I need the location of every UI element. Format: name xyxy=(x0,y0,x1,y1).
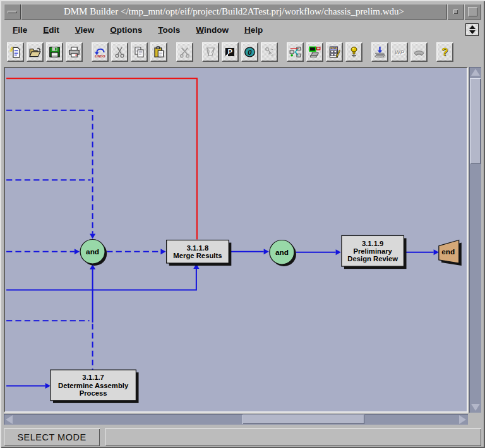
copy-icon xyxy=(133,46,145,58)
word-processor-button[interactable]: WPWP xyxy=(391,42,408,62)
node-task-3118[interactable]: 3.1.1.8Merge Results xyxy=(167,240,232,266)
scroll-right-icon xyxy=(459,415,466,424)
arrowhead-icon xyxy=(434,249,439,255)
menu-options[interactable]: Options xyxy=(106,23,146,37)
end-node-label: end xyxy=(441,247,455,256)
new-document-button[interactable] xyxy=(7,42,24,62)
edge-1[interactable] xyxy=(6,110,95,239)
edge-3[interactable] xyxy=(6,249,80,254)
svg-text:?: ? xyxy=(441,46,448,58)
maximize-icon xyxy=(468,7,477,16)
delete-button[interactable] xyxy=(176,42,193,62)
task-node-label: 3.1.1.8 xyxy=(187,244,208,252)
workflow-canvas[interactable]: and3.1.1.8Merge Resultsand3.1.1.9Prelimi… xyxy=(4,67,468,413)
scroll-down-icon xyxy=(471,404,480,411)
edge-0[interactable] xyxy=(6,78,197,239)
window-menu-button[interactable] xyxy=(4,4,21,20)
prob-form-button[interactable]: PROB xyxy=(326,42,343,62)
edge-9[interactable] xyxy=(90,264,95,290)
workflow-view-button[interactable] xyxy=(287,42,304,62)
export-stack-icon xyxy=(374,46,386,58)
menu-bar: FileEditViewOptionsToolsWindowHelp xyxy=(4,21,481,38)
horizontal-scrollbar-row xyxy=(4,414,481,425)
edge-7[interactable] xyxy=(404,249,438,255)
app-window: DMM Builder </tmp_mnt/opt/eif/project/Bu… xyxy=(0,0,485,448)
connect-tool-button[interactable] xyxy=(261,42,278,62)
scroll-down-button[interactable] xyxy=(470,402,481,413)
scroll-left-button[interactable] xyxy=(4,414,15,425)
task-node-label: Merge Results xyxy=(173,252,222,259)
open-file-button[interactable] xyxy=(27,42,44,62)
minimize-icon xyxy=(453,9,458,14)
toolbar: UNDOP0PROBWPWP?? xyxy=(4,39,481,64)
main-area: and3.1.1.8Merge Resultsand3.1.1.9Prelimi… xyxy=(4,67,481,413)
menu-help[interactable]: Help xyxy=(241,23,266,37)
copy-button[interactable] xyxy=(131,42,148,62)
save-button[interactable] xyxy=(46,42,63,62)
operation-tool-icon: 0 xyxy=(244,46,256,58)
operation-tool-button[interactable]: 0 xyxy=(241,42,258,62)
horizontal-scrollbar[interactable] xyxy=(4,414,468,425)
edge-5[interactable] xyxy=(229,249,269,254)
svg-text:UNDO: UNDO xyxy=(95,54,105,58)
message-panel xyxy=(105,428,481,446)
connect-tool-icon xyxy=(263,46,275,58)
workflow-diagram: and3.1.1.8Merge Resultsand3.1.1.9Prelimi… xyxy=(5,68,467,411)
menu-view[interactable]: View xyxy=(71,23,99,37)
vertical-scrollbar[interactable] xyxy=(469,67,481,413)
undo-icon: UNDO xyxy=(94,46,106,58)
horizontal-scroll-thumb[interactable] xyxy=(242,415,364,424)
menu-edit[interactable]: Edit xyxy=(39,23,63,37)
edge-4[interactable] xyxy=(107,249,165,254)
arrowhead-icon xyxy=(336,249,341,255)
menu-file[interactable]: File xyxy=(9,23,31,37)
menu-scroll-spinner[interactable] xyxy=(465,23,479,36)
help-button[interactable]: ?? xyxy=(436,42,453,62)
task-node-label: 3.1.1.7 xyxy=(82,374,104,381)
menu-tools[interactable]: Tools xyxy=(154,23,184,37)
word-processor-icon: WPWP xyxy=(393,46,405,58)
and-node-label: and xyxy=(86,247,99,256)
svg-text:0: 0 xyxy=(248,48,252,56)
scroll-right-button[interactable] xyxy=(457,414,468,425)
cut-icon xyxy=(114,46,126,58)
task-node-label: Process xyxy=(80,389,107,397)
edge-6[interactable] xyxy=(296,249,341,255)
svg-text:WP: WP xyxy=(395,49,405,56)
scroll-up-button[interactable] xyxy=(470,67,481,78)
new-document-icon xyxy=(9,46,21,58)
node-and-2[interactable]: and xyxy=(270,240,296,267)
menu-window[interactable]: Window xyxy=(192,23,232,37)
node-and-1[interactable]: and xyxy=(80,239,107,266)
node-task-3119[interactable]: 3.1.1.9PreliminaryDesign Review xyxy=(342,235,407,269)
vertical-scroll-thumb[interactable] xyxy=(470,78,481,164)
arrowhead-icon xyxy=(160,249,165,254)
phone-button[interactable] xyxy=(410,42,428,62)
text-tool-button[interactable] xyxy=(202,42,219,62)
maximize-button[interactable] xyxy=(464,4,481,20)
paste-icon xyxy=(153,46,165,58)
paste-button[interactable] xyxy=(150,42,167,62)
task-node-label: Design Review xyxy=(347,255,398,262)
window-menu-icon xyxy=(8,11,17,13)
edge-8[interactable] xyxy=(6,264,199,290)
screens-view-button[interactable] xyxy=(306,42,323,62)
cut-button[interactable] xyxy=(111,42,128,62)
undo-button[interactable]: UNDO xyxy=(92,42,109,62)
spinner-up-icon xyxy=(469,25,476,29)
phone-icon xyxy=(413,46,425,58)
export-stack-button[interactable] xyxy=(371,42,388,62)
minimize-button[interactable] xyxy=(447,4,464,20)
scroll-up-icon xyxy=(471,69,480,76)
print-button[interactable] xyxy=(66,42,83,62)
node-end[interactable]: end xyxy=(439,240,462,266)
scroll-left-icon xyxy=(6,415,13,424)
process-tool-button[interactable]: P xyxy=(222,42,239,62)
arrowhead-icon xyxy=(90,233,95,239)
pushpin-button[interactable] xyxy=(345,42,362,62)
node-task-3117[interactable]: 3.1.1.7Determine AssemblyProcess xyxy=(51,370,139,403)
task-node-label: 3.1.1.9 xyxy=(362,240,383,247)
svg-text:PROB: PROB xyxy=(330,46,338,49)
edge-13[interactable] xyxy=(6,383,51,389)
workflow-view-icon xyxy=(289,46,301,58)
